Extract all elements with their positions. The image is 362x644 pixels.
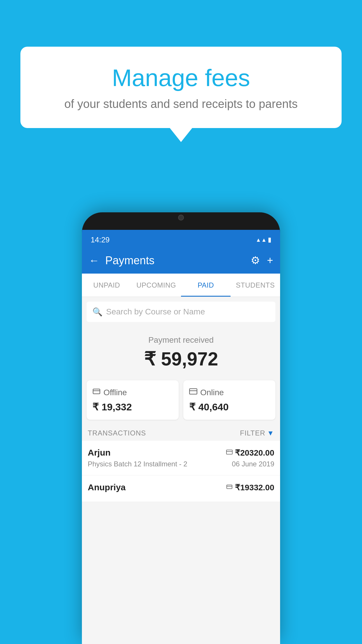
battery-icon: ▮ bbox=[268, 236, 271, 244]
transactions-label: TRANSACTIONS bbox=[88, 429, 146, 437]
transaction-date: 06 June 2019 bbox=[232, 460, 274, 468]
filter-label: FILTER bbox=[240, 429, 265, 437]
table-row[interactable]: Arjun ₹20320.00 bbox=[82, 441, 280, 475]
transaction-bottom: Physics Batch 12 Installment - 2 06 June… bbox=[88, 460, 274, 468]
status-icons: ▴ ▴ ▮ bbox=[257, 236, 271, 244]
transaction-top: Arjun ₹20320.00 bbox=[88, 448, 274, 458]
transaction-amount-row: ₹20320.00 bbox=[226, 448, 274, 458]
online-label: Online bbox=[200, 388, 224, 397]
online-amount: ₹ 40,640 bbox=[189, 400, 270, 413]
search-placeholder: Search by Course or Name bbox=[106, 307, 205, 316]
payment-received-label: Payment received bbox=[88, 335, 274, 345]
bubble-title: Manage fees bbox=[35, 64, 327, 92]
speech-bubble-wrapper: Manage fees of your students and send re… bbox=[20, 47, 342, 128]
offline-icon bbox=[92, 387, 101, 398]
transactions-header: TRANSACTIONS FILTER ▼ bbox=[82, 426, 280, 441]
app-bar: ← Payments ⚙ + bbox=[82, 247, 280, 274]
tab-paid[interactable]: PAID bbox=[181, 274, 231, 297]
search-icon: 🔍 bbox=[92, 307, 103, 317]
wifi-icon: ▴ bbox=[257, 236, 260, 244]
online-icon bbox=[189, 387, 197, 398]
transaction-list: Arjun ₹20320.00 bbox=[82, 441, 280, 502]
status-time: 14:29 bbox=[91, 235, 110, 244]
back-button[interactable]: ← bbox=[89, 254, 99, 267]
bubble-subtitle: of your students and send receipts to pa… bbox=[35, 97, 327, 111]
tab-bar: UNPAID UPCOMING PAID STUDENTS bbox=[82, 274, 280, 297]
phone-frame: 14:29 ▴ ▴ ▮ ← Payments ⚙ + UNPAID bbox=[82, 212, 280, 644]
phone-screen: 14:29 ▴ ▴ ▮ ← Payments ⚙ + UNPAID bbox=[82, 230, 280, 644]
filter-icon: ▼ bbox=[267, 429, 274, 437]
tab-upcoming[interactable]: UPCOMING bbox=[131, 274, 181, 297]
status-bar: 14:29 ▴ ▴ ▮ bbox=[82, 230, 280, 247]
transaction-course: Physics Batch 12 Installment - 2 bbox=[88, 460, 187, 468]
offline-amount: ₹ 19,332 bbox=[92, 400, 173, 413]
svg-rect-6 bbox=[227, 485, 232, 489]
online-card-header: Online bbox=[189, 387, 270, 398]
camera bbox=[178, 215, 184, 220]
speech-bubble: Manage fees of your students and send re… bbox=[20, 47, 342, 128]
transaction-name: Anupriya bbox=[88, 482, 126, 492]
transaction-type-icon bbox=[226, 449, 233, 456]
svg-rect-0 bbox=[93, 389, 100, 394]
tab-students[interactable]: STUDENTS bbox=[231, 274, 280, 297]
svg-rect-2 bbox=[189, 389, 197, 394]
transaction-amount: ₹19332.00 bbox=[235, 483, 274, 492]
filter-button[interactable]: FILTER ▼ bbox=[240, 429, 274, 437]
payment-received-section: Payment received ₹ 59,972 bbox=[82, 327, 280, 376]
transaction-name: Arjun bbox=[88, 448, 110, 458]
svg-rect-4 bbox=[226, 450, 232, 454]
signal-icon: ▴ bbox=[262, 236, 266, 244]
add-button[interactable]: + bbox=[267, 254, 273, 267]
payment-received-amount: ₹ 59,972 bbox=[88, 348, 274, 370]
tab-unpaid[interactable]: UNPAID bbox=[82, 274, 131, 297]
search-bar[interactable]: 🔍 Search by Course or Name bbox=[87, 302, 275, 322]
offline-card-header: Offline bbox=[92, 387, 173, 398]
transaction-type-icon bbox=[226, 484, 233, 491]
transaction-top: Anupriya ₹19332.00 bbox=[88, 482, 274, 492]
offline-payment-card: Offline ₹ 19,332 bbox=[87, 380, 179, 420]
table-row[interactable]: Anupriya ₹19332.00 bbox=[82, 475, 280, 502]
app-content: 🔍 Search by Course or Name Payment recei… bbox=[82, 297, 280, 644]
transaction-amount: ₹20320.00 bbox=[235, 448, 274, 458]
gear-icon[interactable]: ⚙ bbox=[251, 254, 260, 267]
app-bar-icons: ⚙ + bbox=[251, 254, 273, 267]
app-bar-title: Payments bbox=[105, 254, 245, 267]
payment-cards: Offline ₹ 19,332 Online bbox=[82, 376, 280, 426]
transaction-amount-row: ₹19332.00 bbox=[226, 483, 274, 492]
online-payment-card: Online ₹ 40,640 bbox=[183, 380, 275, 420]
notch bbox=[155, 212, 207, 223]
offline-label: Offline bbox=[103, 388, 127, 397]
